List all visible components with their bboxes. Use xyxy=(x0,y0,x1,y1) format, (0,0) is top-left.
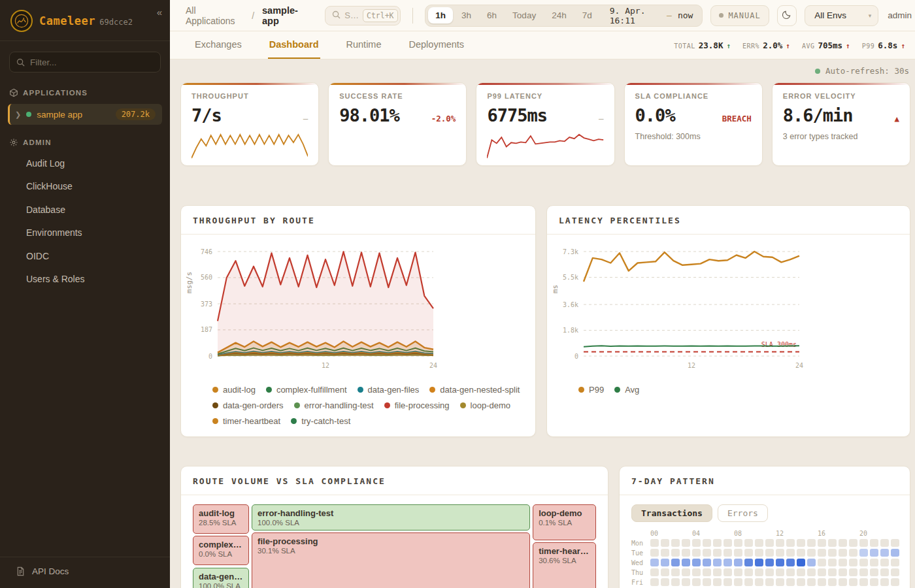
legend-item-file-processing[interactable]: file-processing xyxy=(384,400,450,410)
heatmap-cell[interactable] xyxy=(891,549,899,557)
heatmap-cell[interactable] xyxy=(870,539,878,547)
time-range-1h[interactable]: 1h xyxy=(428,7,453,24)
sidebar-item-environments[interactable]: Environments xyxy=(0,223,170,243)
heatmap-toggle-transactions[interactable]: Transactions xyxy=(631,504,712,522)
heatmap-cell[interactable] xyxy=(880,568,889,576)
sidebar-item-audit-log[interactable]: Audit Log xyxy=(0,154,170,174)
heatmap-cell[interactable] xyxy=(744,568,753,576)
heatmap-cell[interactable] xyxy=(849,578,857,586)
heatmap-cell[interactable] xyxy=(744,549,753,557)
heatmap-cell[interactable] xyxy=(880,549,889,557)
legend-item-timer-heartbeat[interactable]: timer-heartbeat xyxy=(212,416,280,426)
heatmap-cell[interactable] xyxy=(776,539,784,547)
heatmap-cell[interactable] xyxy=(661,559,669,566)
heatmap-cell[interactable] xyxy=(870,559,878,566)
sidebar-item-sample-app[interactable]: ❯ sample app 207.2k xyxy=(8,104,162,125)
treemap-item-audit-log[interactable]: audit-log28.5% SLA xyxy=(193,504,249,534)
heatmap-cell[interactable] xyxy=(671,549,680,557)
heatmap-cell[interactable] xyxy=(724,539,732,547)
sidebar-collapse-icon[interactable]: « xyxy=(157,7,162,18)
treemap-item-file-processing[interactable]: file-processing30.1% SLA xyxy=(252,532,530,588)
heatmap-cell[interactable] xyxy=(671,578,680,586)
heatmap-cell[interactable] xyxy=(765,568,774,576)
heatmap-cell[interactable] xyxy=(765,549,774,557)
heatmap-cell[interactable] xyxy=(734,559,742,566)
heatmap-cell[interactable] xyxy=(724,559,732,566)
heatmap-cell[interactable] xyxy=(786,559,795,566)
heatmap-cell[interactable] xyxy=(650,539,659,547)
heatmap-cell[interactable] xyxy=(828,568,837,576)
time-range-display[interactable]: 9. Apr. 16:11 — now xyxy=(601,6,700,25)
heatmap-cell[interactable] xyxy=(891,559,899,566)
legend-item-p99[interactable]: P99 xyxy=(578,385,604,395)
heatmap-cell[interactable] xyxy=(880,539,889,547)
heatmap-cell[interactable] xyxy=(692,578,701,586)
heatmap-cell[interactable] xyxy=(755,539,763,547)
heatmap-cell[interactable] xyxy=(818,549,826,557)
heatmap-cell[interactable] xyxy=(765,578,774,586)
legend-item-try-catch-test[interactable]: try-catch-test xyxy=(291,416,350,426)
heatmap-cell[interactable] xyxy=(724,578,732,586)
heatmap-cell[interactable] xyxy=(713,568,722,576)
sidebar-item-clickhouse[interactable]: ClickHouse xyxy=(0,176,170,197)
heatmap-cell[interactable] xyxy=(786,549,795,557)
heatmap-cell[interactable] xyxy=(692,568,701,576)
tab-exchanges[interactable]: Exchanges xyxy=(193,31,243,59)
heatmap-cell[interactable] xyxy=(797,568,805,576)
treemap-item-data-gen-files[interactable]: data-gen-files100.0% SLA xyxy=(193,568,249,588)
time-range-7d[interactable]: 7d xyxy=(575,7,599,24)
heatmap-cell[interactable] xyxy=(671,559,680,566)
heatmap-cell[interactable] xyxy=(859,559,868,566)
heatmap-cell[interactable] xyxy=(839,568,847,576)
tab-runtime[interactable]: Runtime xyxy=(345,31,383,59)
heatmap-cell[interactable] xyxy=(744,578,753,586)
time-range-3h[interactable]: 3h xyxy=(454,7,478,24)
heatmap-cell[interactable] xyxy=(661,549,669,557)
env-select[interactable]: All Envs ▾ xyxy=(805,5,878,26)
heatmap-toggle-errors[interactable]: Errors xyxy=(718,504,768,522)
heatmap-cell[interactable] xyxy=(703,539,711,547)
heatmap-cell[interactable] xyxy=(682,559,690,566)
heatmap-cell[interactable] xyxy=(807,568,816,576)
heatmap-cell[interactable] xyxy=(682,568,690,576)
heatmap-cell[interactable] xyxy=(744,539,753,547)
legend-item-error-handling-test[interactable]: error-handling-test xyxy=(294,400,374,410)
heatmap-cell[interactable] xyxy=(849,559,857,566)
heatmap-cell[interactable] xyxy=(849,549,857,557)
heatmap-cell[interactable] xyxy=(786,539,795,547)
heatmap-cell[interactable] xyxy=(859,549,868,557)
chevron-right-icon[interactable]: ❯ xyxy=(15,110,21,119)
heatmap-cell[interactable] xyxy=(744,559,753,566)
heatmap-cell[interactable] xyxy=(713,549,722,557)
heatmap-cell[interactable] xyxy=(661,539,669,547)
heatmap-cell[interactable] xyxy=(682,578,690,586)
heatmap-cell[interactable] xyxy=(692,549,701,557)
legend-item-loop-demo[interactable]: loop-demo xyxy=(460,400,510,410)
heatmap-cell[interactable] xyxy=(797,549,805,557)
heatmap-cell[interactable] xyxy=(650,568,659,576)
heatmap-cell[interactable] xyxy=(839,539,847,547)
heatmap-cell[interactable] xyxy=(870,568,878,576)
heatmap-cell[interactable] xyxy=(671,539,680,547)
heatmap-cell[interactable] xyxy=(776,549,784,557)
heatmap-cell[interactable] xyxy=(880,559,889,566)
heatmap-cell[interactable] xyxy=(891,578,899,586)
heatmap-cell[interactable] xyxy=(818,539,826,547)
treemap-item-error-handling-test[interactable]: error-handling-test100.0% SLA xyxy=(252,504,530,531)
heatmap-cell[interactable] xyxy=(828,559,837,566)
heatmap-cell[interactable] xyxy=(797,578,805,586)
time-range-24h[interactable]: 24h xyxy=(544,7,574,24)
heatmap-cell[interactable] xyxy=(661,568,669,576)
heatmap-cell[interactable] xyxy=(828,549,837,557)
time-range-today[interactable]: Today xyxy=(505,7,543,24)
heatmap-cell[interactable] xyxy=(724,549,732,557)
heatmap-cell[interactable] xyxy=(734,578,742,586)
heatmap-cell[interactable] xyxy=(713,539,722,547)
heatmap-cell[interactable] xyxy=(692,559,701,566)
heatmap-cell[interactable] xyxy=(734,549,742,557)
heatmap-cell[interactable] xyxy=(818,568,826,576)
treemap-item-timer-heartbeat[interactable]: timer-heartbeat30.6% SLA xyxy=(533,542,596,588)
heatmap-cell[interactable] xyxy=(859,539,868,547)
heatmap-cell[interactable] xyxy=(755,568,763,576)
sidebar-item-api-docs[interactable]: API Docs xyxy=(0,557,170,588)
